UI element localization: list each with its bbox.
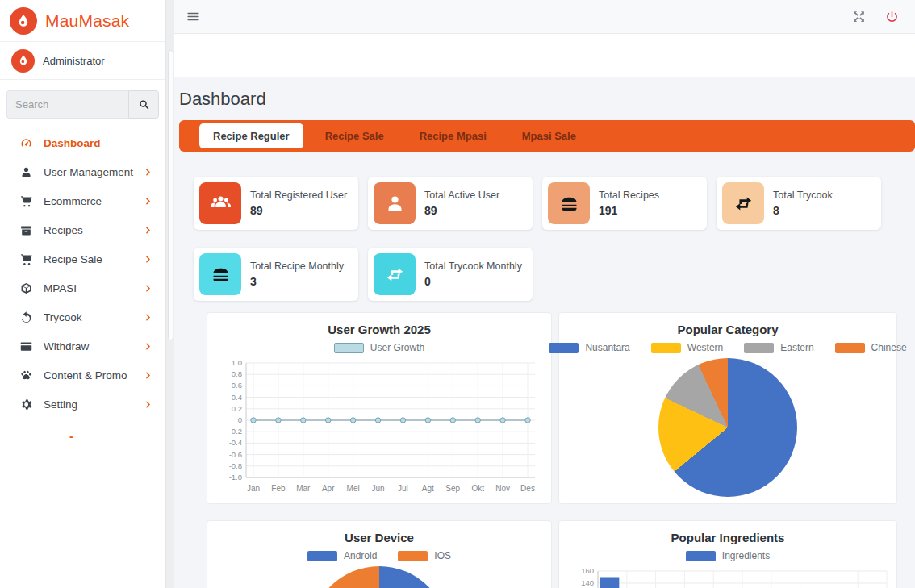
- chevron-right-icon: [144, 168, 152, 177]
- sidebar-nav: DashboardUser ManagementEcommerceRecipes…: [0, 128, 165, 419]
- legend-swatch: [651, 343, 681, 353]
- stat-card-label: Total Trycook Monthly: [424, 261, 522, 272]
- chart-title: User Device: [217, 531, 541, 544]
- popular-category-legend: NusantaraWesternEasternChinese: [569, 342, 887, 353]
- svg-text:-0.6: -0.6: [229, 450, 242, 459]
- legend-swatch: [398, 551, 428, 561]
- search-input[interactable]: [6, 90, 128, 119]
- svg-text:Nov: Nov: [495, 484, 510, 493]
- svg-text:0.4: 0.4: [232, 393, 242, 402]
- stat-cards: Total Registered User89Total Active User…: [194, 177, 904, 301]
- chevron-right-icon: [144, 371, 152, 380]
- search-button[interactable]: [128, 90, 159, 119]
- legend-swatch: [686, 551, 716, 561]
- drop-icon: [15, 13, 31, 29]
- search-icon: [138, 98, 150, 111]
- cube-icon: [19, 281, 33, 295]
- stat-card-total-trycook: Total Trycook8: [717, 177, 881, 230]
- drop-icon: [17, 54, 30, 67]
- svg-text:0: 0: [238, 415, 242, 424]
- legend-item: Chinese: [835, 342, 907, 353]
- sidebar-search: [6, 90, 159, 119]
- charts-row-1: User Growth 2025 User Growth 1.00.80.60.…: [207, 312, 915, 504]
- svg-text:Okt: Okt: [471, 484, 484, 493]
- cart-icon: [19, 194, 33, 208]
- sidebar: MauMasak Administrator DashboardUser Man…: [0, 0, 165, 588]
- repeat-icon: [722, 182, 764, 224]
- sidebar-item-user-management[interactable]: User Management: [0, 157, 165, 186]
- tab-recipe-mpasi[interactable]: Recipe Mpasi: [406, 123, 500, 148]
- sidebar-item-label: MPASI: [44, 282, 77, 294]
- brand-logo: [10, 7, 37, 35]
- legend-item: Western: [651, 342, 723, 353]
- legend-label: Western: [687, 342, 723, 353]
- sidebar-item-mpasi[interactable]: MPASI: [0, 273, 165, 302]
- svg-text:Sep: Sep: [445, 484, 460, 493]
- stat-card-label: Total Registered User: [250, 190, 347, 201]
- sidebar-scrollbar[interactable]: [165, 0, 174, 588]
- svg-text:Apr: Apr: [322, 484, 335, 493]
- archive-icon: [19, 223, 33, 237]
- burger-icon: [199, 253, 241, 295]
- legend-swatch: [744, 343, 774, 353]
- chevron-right-icon: [144, 226, 152, 235]
- hamburger-icon[interactable]: [186, 9, 202, 25]
- legend-label: Android: [344, 550, 377, 561]
- user-panel[interactable]: Administrator: [0, 42, 165, 80]
- svg-text:0.8: 0.8: [232, 369, 242, 378]
- gear-icon: [19, 398, 33, 411]
- stat-card-label: Total Recipes: [599, 190, 659, 201]
- sidebar-item-label: User Management: [44, 166, 133, 178]
- legend-item: User Growth: [334, 342, 424, 353]
- popular-ingredients-chart: 160140120100806040200: [569, 566, 887, 588]
- page-title: Dashboard: [179, 89, 915, 110]
- tab-recipe-reguler[interactable]: Recipe Reguler: [199, 123, 303, 148]
- legend-item: Eastern: [744, 342, 813, 353]
- user-icon: [19, 165, 33, 179]
- svg-text:0.6: 0.6: [232, 381, 242, 390]
- svg-text:Feb: Feb: [271, 484, 286, 493]
- user-device-pie: [310, 566, 449, 588]
- chevron-right-icon: [144, 313, 152, 322]
- svg-text:Jul: Jul: [398, 484, 408, 493]
- hamburger-icon: [186, 9, 201, 24]
- topbar: [174, 0, 915, 34]
- sidebar-item-setting[interactable]: Setting: [0, 390, 165, 419]
- speedometer-icon: [19, 136, 33, 150]
- burger-icon: [548, 182, 590, 224]
- topbar-actions: [852, 10, 899, 23]
- stat-card-total-recipes: Total Recipes191: [542, 177, 707, 230]
- sidebar-item-ecommerce[interactable]: Ecommerce: [0, 186, 165, 215]
- legend-swatch: [334, 343, 364, 353]
- svg-text:Mei: Mei: [347, 484, 360, 493]
- svg-text:Agt: Agt: [422, 484, 434, 493]
- brand[interactable]: MauMasak: [0, 0, 165, 42]
- user-device-legend: AndroidIOS: [217, 550, 541, 561]
- tab-mpasi-sale[interactable]: Mpasi Sale: [508, 123, 590, 148]
- sidebar-item-content-promo[interactable]: Content & Promo: [0, 361, 165, 390]
- user-name: Administrator: [43, 55, 105, 67]
- popular-category-pie: [658, 358, 797, 497]
- stat-card-value: 89: [250, 204, 347, 217]
- svg-text:Jan: Jan: [247, 484, 260, 493]
- svg-text:160: 160: [581, 566, 594, 575]
- sidebar-item-recipes[interactable]: Recipes: [0, 215, 165, 244]
- user-device-card: User Device AndroidIOS: [207, 520, 552, 588]
- sidebar-item-dashboard[interactable]: Dashboard: [0, 128, 165, 157]
- chart-title: User Growth 2025: [217, 323, 541, 336]
- power-icon[interactable]: [885, 10, 899, 23]
- cart-icon: [19, 252, 33, 266]
- stat-card-label: Total Trycook: [773, 190, 833, 201]
- chart-title: Popular Category: [569, 323, 887, 336]
- sidebar-item-recipe-sale[interactable]: Recipe Sale: [0, 244, 165, 273]
- popular-category-card: Popular Category NusantaraWesternEastern…: [558, 312, 897, 504]
- expand-icon[interactable]: [852, 10, 866, 23]
- repeat-icon: [374, 253, 416, 295]
- sidebar-scrollbar-thumb[interactable]: [168, 50, 173, 340]
- user-growth-chart: 1.00.80.60.40.20-0.2-0.4-0.6-0.8-1.0JanF…: [217, 358, 541, 497]
- sidebar-item-label: Setting: [44, 398, 77, 411]
- legend-label: User Growth: [370, 342, 424, 353]
- sidebar-item-trycook[interactable]: Trycook: [0, 302, 165, 332]
- tab-recipe-sale[interactable]: Recipe Sale: [311, 123, 398, 148]
- sidebar-item-withdraw[interactable]: Withdraw: [0, 332, 165, 361]
